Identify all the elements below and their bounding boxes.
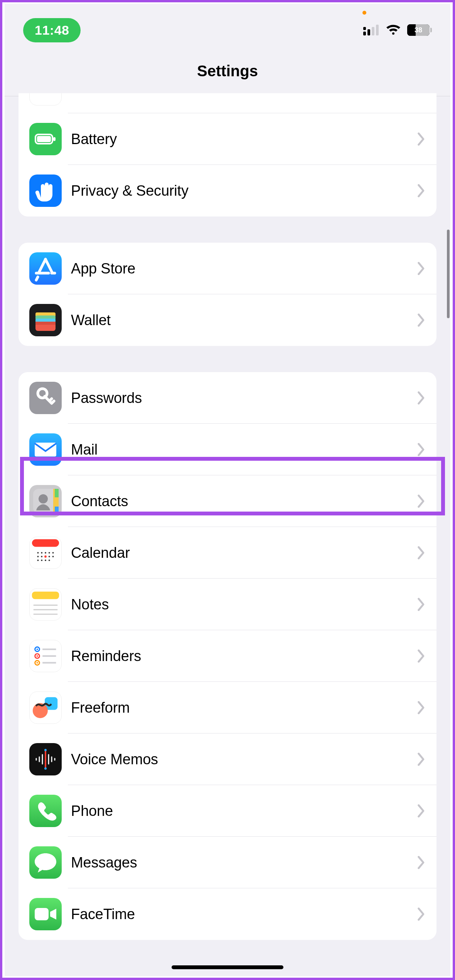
settings-row-contacts[interactable]: Contacts xyxy=(19,475,436,527)
freeform-icon xyxy=(29,691,62,724)
svg-point-27 xyxy=(41,552,42,554)
settings-row-privacy[interactable]: Privacy & Security xyxy=(19,165,436,216)
chevron-right-icon xyxy=(417,701,426,714)
svg-point-24 xyxy=(39,494,48,503)
svg-point-33 xyxy=(44,555,47,558)
partial-icon xyxy=(29,93,62,106)
facetime-icon xyxy=(29,898,62,930)
settings-row-mail[interactable]: Mail xyxy=(19,424,436,475)
chevron-right-icon xyxy=(417,495,426,508)
svg-point-31 xyxy=(37,556,39,557)
settings-row-appstore[interactable]: App Store xyxy=(19,243,436,294)
svg-point-26 xyxy=(37,552,39,554)
phone-icon xyxy=(29,795,62,827)
svg-rect-17 xyxy=(35,322,56,325)
svg-line-8 xyxy=(39,259,46,272)
cellular-signal-icon xyxy=(363,25,379,35)
status-time: 11:48 xyxy=(35,23,69,37)
svg-rect-23 xyxy=(55,507,59,513)
svg-point-39 xyxy=(49,560,50,561)
svg-point-45 xyxy=(37,648,38,650)
chevron-right-icon xyxy=(417,443,426,456)
settings-group: Battery Privacy & Security xyxy=(19,93,436,216)
wifi-icon xyxy=(386,24,401,36)
row-label: Contacts xyxy=(71,493,417,510)
row-label: FaceTime xyxy=(71,906,417,923)
row-label: Passwords xyxy=(71,390,417,406)
svg-rect-0 xyxy=(363,32,366,35)
svg-rect-2 xyxy=(372,27,374,35)
svg-point-30 xyxy=(52,552,54,554)
microphone-in-use-dot xyxy=(362,11,366,15)
settings-row-battery[interactable]: Battery xyxy=(19,113,436,165)
calendar-icon xyxy=(29,537,62,569)
row-label: Wallet xyxy=(71,312,417,329)
settings-list: Battery Privacy & Security App Store xyxy=(5,93,450,940)
svg-rect-3 xyxy=(376,25,379,35)
svg-point-51 xyxy=(37,662,38,664)
chevron-right-icon xyxy=(417,598,426,611)
app-store-icon xyxy=(29,252,62,285)
battery-percentage: 38 xyxy=(407,24,430,36)
settings-row-wallet[interactable]: Wallet xyxy=(19,294,436,346)
row-label: Phone xyxy=(71,803,417,819)
chevron-right-icon xyxy=(417,133,426,146)
settings-row-facetime[interactable]: FaceTime xyxy=(19,888,436,940)
chevron-right-icon xyxy=(417,184,426,197)
settings-row-messages[interactable]: Messages xyxy=(19,837,436,888)
chevron-right-icon xyxy=(417,649,426,663)
scroll-indicator xyxy=(447,230,450,318)
svg-line-12 xyxy=(36,277,38,280)
svg-point-63 xyxy=(44,767,47,770)
row-label: Mail xyxy=(71,441,417,458)
row-label: Calendar xyxy=(71,545,417,561)
settings-row-voicememos[interactable]: Voice Memos xyxy=(19,733,436,785)
chevron-right-icon xyxy=(417,804,426,817)
svg-point-62 xyxy=(44,749,47,751)
settings-row-reminders[interactable]: Reminders xyxy=(19,630,436,682)
settings-row-passwords[interactable]: Passwords xyxy=(19,372,436,424)
voice-memos-icon xyxy=(29,743,62,775)
status-time-pill[interactable]: 11:48 xyxy=(23,18,81,42)
row-label: Reminders xyxy=(71,648,417,665)
row-label: Battery xyxy=(71,131,417,148)
svg-rect-64 xyxy=(35,908,49,920)
svg-point-34 xyxy=(49,556,50,557)
settings-row-partial[interactable] xyxy=(19,93,436,113)
status-right-cluster: 38 xyxy=(363,24,432,36)
svg-rect-7 xyxy=(53,137,56,141)
svg-rect-40 xyxy=(32,592,59,599)
settings-row-calendar[interactable]: Calendar xyxy=(19,527,436,579)
messages-icon xyxy=(29,846,62,879)
home-indicator[interactable] xyxy=(172,965,283,969)
battery-indicator: 38 xyxy=(407,24,432,36)
settings-row-notes[interactable]: Notes xyxy=(19,579,436,630)
chevron-right-icon xyxy=(417,314,426,327)
mail-envelope-icon xyxy=(29,433,62,466)
svg-point-37 xyxy=(41,560,42,561)
svg-point-29 xyxy=(49,552,50,554)
svg-rect-4 xyxy=(363,27,366,30)
contacts-icon xyxy=(29,485,62,517)
wallet-icon xyxy=(29,304,62,336)
row-label: Privacy & Security xyxy=(71,183,417,199)
status-bar: 11:48 38 xyxy=(5,4,450,46)
settings-group: App Store Wallet xyxy=(19,243,436,346)
privacy-hand-icon xyxy=(29,175,62,207)
svg-rect-19 xyxy=(35,443,56,456)
chevron-right-icon xyxy=(417,391,426,404)
chevron-right-icon xyxy=(417,856,426,869)
svg-point-32 xyxy=(41,556,42,557)
row-label: Voice Memos xyxy=(71,751,417,768)
svg-point-38 xyxy=(45,560,46,561)
passwords-key-icon xyxy=(29,382,62,414)
notes-icon xyxy=(29,588,62,621)
svg-rect-22 xyxy=(55,489,59,497)
settings-group: Passwords Mail Contacts xyxy=(19,372,436,940)
settings-row-phone[interactable]: Phone xyxy=(19,785,436,837)
row-label: Messages xyxy=(71,854,417,871)
svg-point-28 xyxy=(45,552,46,554)
chevron-right-icon xyxy=(417,546,426,559)
chevron-right-icon xyxy=(417,753,426,766)
settings-row-freeform[interactable]: Freeform xyxy=(19,682,436,733)
